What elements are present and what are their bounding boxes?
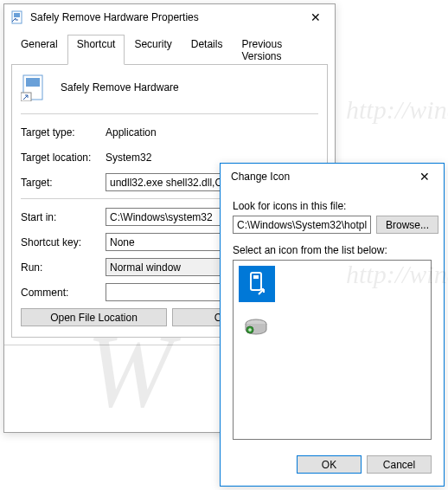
label-start-in: Start in:	[21, 211, 106, 223]
open-file-location-button[interactable]: Open File Location	[21, 308, 167, 326]
icon-list[interactable]	[233, 260, 432, 440]
tab-strip: General Shortcut Security Details Previo…	[11, 34, 328, 65]
dialog-ok-button[interactable]: OK	[297, 455, 362, 474]
dialog-cancel-button[interactable]: Cancel	[367, 455, 432, 474]
label-run: Run:	[21, 261, 106, 274]
svg-rect-1	[14, 13, 20, 17]
change-icon-dialog: Change Icon ✕ Look for icons in this fil…	[220, 163, 445, 487]
icon-option-usb-eject[interactable]	[239, 266, 275, 302]
icon-option-drive-eject[interactable]	[239, 309, 275, 345]
label-target-location: Target location:	[21, 152, 106, 164]
shortcut-name: Safely Remove Hardware	[61, 81, 179, 93]
dialog-titlebar: Change Icon ✕	[221, 164, 444, 190]
label-target: Target:	[21, 177, 106, 189]
close-button[interactable]: ✕	[296, 4, 335, 30]
dialog-close-button[interactable]: ✕	[405, 164, 444, 190]
label-comment: Comment:	[21, 287, 106, 299]
tab-details[interactable]: Details	[182, 35, 233, 65]
browse-button[interactable]: Browse...	[376, 216, 438, 234]
dialog-footer: OK Cancel	[221, 445, 444, 484]
value-target-type: Application	[106, 126, 157, 139]
look-for-icons-label: Look for icons in this file:	[233, 200, 432, 212]
usb-eject-icon	[243, 270, 271, 298]
titlebar: Safely Remove Hardware Properties ✕	[4, 4, 335, 30]
svg-rect-3	[26, 78, 40, 87]
label-shortcut-key: Shortcut key:	[21, 236, 106, 248]
shortcut-large-icon	[21, 74, 48, 101]
watermark: http://winae	[346, 95, 448, 125]
value-target-location: System32	[106, 152, 151, 164]
tab-shortcut[interactable]: Shortcut	[67, 35, 125, 65]
drive-eject-icon	[243, 313, 271, 341]
svg-rect-6	[253, 275, 259, 279]
label-target-type: Target type:	[21, 126, 106, 139]
tab-previous-versions[interactable]: Previous Versions	[232, 35, 328, 65]
tab-general[interactable]: General	[11, 35, 67, 65]
dialog-title: Change Icon	[227, 171, 405, 183]
tab-security[interactable]: Security	[125, 35, 181, 65]
select-icon-label: Select an icon from the list below:	[233, 244, 432, 256]
icon-path-input[interactable]	[233, 216, 371, 234]
dialog-body: Look for icons in this file: Browse... S…	[221, 190, 444, 445]
window-title: Safely Remove Hardware Properties	[30, 11, 296, 23]
shortcut-file-icon	[11, 10, 25, 24]
